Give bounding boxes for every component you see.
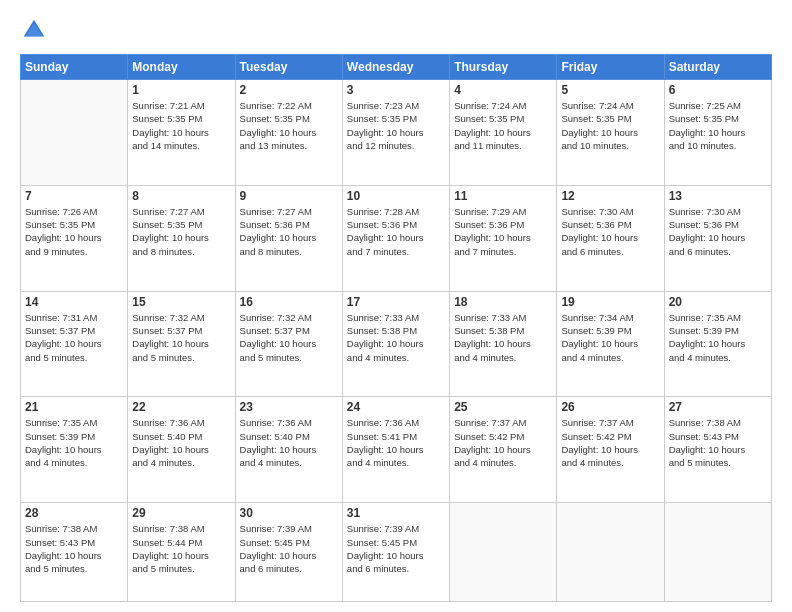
day-info: Sunrise: 7:24 AM Sunset: 5:35 PM Dayligh… bbox=[454, 99, 552, 152]
calendar-cell: 14Sunrise: 7:31 AM Sunset: 5:37 PM Dayli… bbox=[21, 291, 128, 397]
day-info: Sunrise: 7:34 AM Sunset: 5:39 PM Dayligh… bbox=[561, 311, 659, 364]
calendar-cell: 13Sunrise: 7:30 AM Sunset: 5:36 PM Dayli… bbox=[664, 185, 771, 291]
calendar-cell: 26Sunrise: 7:37 AM Sunset: 5:42 PM Dayli… bbox=[557, 397, 664, 503]
day-info: Sunrise: 7:38 AM Sunset: 5:43 PM Dayligh… bbox=[669, 416, 767, 469]
day-info: Sunrise: 7:29 AM Sunset: 5:36 PM Dayligh… bbox=[454, 205, 552, 258]
calendar-cell bbox=[664, 503, 771, 602]
calendar-cell: 4Sunrise: 7:24 AM Sunset: 5:35 PM Daylig… bbox=[450, 80, 557, 186]
day-info: Sunrise: 7:38 AM Sunset: 5:43 PM Dayligh… bbox=[25, 522, 123, 575]
calendar-cell: 5Sunrise: 7:24 AM Sunset: 5:35 PM Daylig… bbox=[557, 80, 664, 186]
day-number: 29 bbox=[132, 506, 230, 520]
calendar-cell: 10Sunrise: 7:28 AM Sunset: 5:36 PM Dayli… bbox=[342, 185, 449, 291]
calendar-cell: 7Sunrise: 7:26 AM Sunset: 5:35 PM Daylig… bbox=[21, 185, 128, 291]
day-info: Sunrise: 7:37 AM Sunset: 5:42 PM Dayligh… bbox=[561, 416, 659, 469]
day-info: Sunrise: 7:37 AM Sunset: 5:42 PM Dayligh… bbox=[454, 416, 552, 469]
day-number: 7 bbox=[25, 189, 123, 203]
calendar-cell bbox=[450, 503, 557, 602]
day-number: 18 bbox=[454, 295, 552, 309]
day-info: Sunrise: 7:36 AM Sunset: 5:41 PM Dayligh… bbox=[347, 416, 445, 469]
day-header: Sunday bbox=[21, 55, 128, 80]
day-number: 25 bbox=[454, 400, 552, 414]
day-info: Sunrise: 7:32 AM Sunset: 5:37 PM Dayligh… bbox=[240, 311, 338, 364]
day-header: Wednesday bbox=[342, 55, 449, 80]
calendar-cell: 17Sunrise: 7:33 AM Sunset: 5:38 PM Dayli… bbox=[342, 291, 449, 397]
day-number: 24 bbox=[347, 400, 445, 414]
day-number: 3 bbox=[347, 83, 445, 97]
calendar-cell: 21Sunrise: 7:35 AM Sunset: 5:39 PM Dayli… bbox=[21, 397, 128, 503]
calendar-cell: 31Sunrise: 7:39 AM Sunset: 5:45 PM Dayli… bbox=[342, 503, 449, 602]
day-number: 8 bbox=[132, 189, 230, 203]
day-info: Sunrise: 7:30 AM Sunset: 5:36 PM Dayligh… bbox=[561, 205, 659, 258]
day-info: Sunrise: 7:39 AM Sunset: 5:45 PM Dayligh… bbox=[347, 522, 445, 575]
day-info: Sunrise: 7:23 AM Sunset: 5:35 PM Dayligh… bbox=[347, 99, 445, 152]
day-number: 14 bbox=[25, 295, 123, 309]
day-info: Sunrise: 7:30 AM Sunset: 5:36 PM Dayligh… bbox=[669, 205, 767, 258]
day-info: Sunrise: 7:27 AM Sunset: 5:36 PM Dayligh… bbox=[240, 205, 338, 258]
calendar-week: 7Sunrise: 7:26 AM Sunset: 5:35 PM Daylig… bbox=[21, 185, 772, 291]
day-info: Sunrise: 7:36 AM Sunset: 5:40 PM Dayligh… bbox=[132, 416, 230, 469]
calendar-cell: 9Sunrise: 7:27 AM Sunset: 5:36 PM Daylig… bbox=[235, 185, 342, 291]
day-info: Sunrise: 7:26 AM Sunset: 5:35 PM Dayligh… bbox=[25, 205, 123, 258]
day-number: 27 bbox=[669, 400, 767, 414]
calendar-table: SundayMondayTuesdayWednesdayThursdayFrid… bbox=[20, 54, 772, 602]
day-number: 9 bbox=[240, 189, 338, 203]
day-number: 1 bbox=[132, 83, 230, 97]
calendar-week: 28Sunrise: 7:38 AM Sunset: 5:43 PM Dayli… bbox=[21, 503, 772, 602]
day-number: 21 bbox=[25, 400, 123, 414]
calendar-cell: 27Sunrise: 7:38 AM Sunset: 5:43 PM Dayli… bbox=[664, 397, 771, 503]
calendar-week: 14Sunrise: 7:31 AM Sunset: 5:37 PM Dayli… bbox=[21, 291, 772, 397]
calendar-cell: 16Sunrise: 7:32 AM Sunset: 5:37 PM Dayli… bbox=[235, 291, 342, 397]
day-info: Sunrise: 7:22 AM Sunset: 5:35 PM Dayligh… bbox=[240, 99, 338, 152]
day-number: 13 bbox=[669, 189, 767, 203]
day-info: Sunrise: 7:28 AM Sunset: 5:36 PM Dayligh… bbox=[347, 205, 445, 258]
day-number: 15 bbox=[132, 295, 230, 309]
day-info: Sunrise: 7:38 AM Sunset: 5:44 PM Dayligh… bbox=[132, 522, 230, 575]
day-number: 12 bbox=[561, 189, 659, 203]
calendar-cell: 20Sunrise: 7:35 AM Sunset: 5:39 PM Dayli… bbox=[664, 291, 771, 397]
day-number: 16 bbox=[240, 295, 338, 309]
day-header: Friday bbox=[557, 55, 664, 80]
day-info: Sunrise: 7:35 AM Sunset: 5:39 PM Dayligh… bbox=[25, 416, 123, 469]
day-info: Sunrise: 7:24 AM Sunset: 5:35 PM Dayligh… bbox=[561, 99, 659, 152]
calendar-cell: 12Sunrise: 7:30 AM Sunset: 5:36 PM Dayli… bbox=[557, 185, 664, 291]
calendar-cell: 8Sunrise: 7:27 AM Sunset: 5:35 PM Daylig… bbox=[128, 185, 235, 291]
calendar-cell: 6Sunrise: 7:25 AM Sunset: 5:35 PM Daylig… bbox=[664, 80, 771, 186]
day-header: Monday bbox=[128, 55, 235, 80]
header-row: SundayMondayTuesdayWednesdayThursdayFrid… bbox=[21, 55, 772, 80]
day-info: Sunrise: 7:36 AM Sunset: 5:40 PM Dayligh… bbox=[240, 416, 338, 469]
calendar-cell: 11Sunrise: 7:29 AM Sunset: 5:36 PM Dayli… bbox=[450, 185, 557, 291]
day-info: Sunrise: 7:33 AM Sunset: 5:38 PM Dayligh… bbox=[347, 311, 445, 364]
day-number: 17 bbox=[347, 295, 445, 309]
calendar-cell: 1Sunrise: 7:21 AM Sunset: 5:35 PM Daylig… bbox=[128, 80, 235, 186]
calendar-cell: 30Sunrise: 7:39 AM Sunset: 5:45 PM Dayli… bbox=[235, 503, 342, 602]
calendar-cell: 15Sunrise: 7:32 AM Sunset: 5:37 PM Dayli… bbox=[128, 291, 235, 397]
page: SundayMondayTuesdayWednesdayThursdayFrid… bbox=[0, 0, 792, 612]
calendar-cell: 25Sunrise: 7:37 AM Sunset: 5:42 PM Dayli… bbox=[450, 397, 557, 503]
day-number: 6 bbox=[669, 83, 767, 97]
day-info: Sunrise: 7:33 AM Sunset: 5:38 PM Dayligh… bbox=[454, 311, 552, 364]
calendar-cell: 29Sunrise: 7:38 AM Sunset: 5:44 PM Dayli… bbox=[128, 503, 235, 602]
calendar-cell: 28Sunrise: 7:38 AM Sunset: 5:43 PM Dayli… bbox=[21, 503, 128, 602]
day-number: 22 bbox=[132, 400, 230, 414]
day-number: 26 bbox=[561, 400, 659, 414]
calendar-cell: 23Sunrise: 7:36 AM Sunset: 5:40 PM Dayli… bbox=[235, 397, 342, 503]
calendar-cell: 22Sunrise: 7:36 AM Sunset: 5:40 PM Dayli… bbox=[128, 397, 235, 503]
day-info: Sunrise: 7:27 AM Sunset: 5:35 PM Dayligh… bbox=[132, 205, 230, 258]
day-number: 30 bbox=[240, 506, 338, 520]
day-info: Sunrise: 7:35 AM Sunset: 5:39 PM Dayligh… bbox=[669, 311, 767, 364]
day-number: 20 bbox=[669, 295, 767, 309]
day-info: Sunrise: 7:39 AM Sunset: 5:45 PM Dayligh… bbox=[240, 522, 338, 575]
day-info: Sunrise: 7:21 AM Sunset: 5:35 PM Dayligh… bbox=[132, 99, 230, 152]
day-info: Sunrise: 7:32 AM Sunset: 5:37 PM Dayligh… bbox=[132, 311, 230, 364]
calendar-cell: 3Sunrise: 7:23 AM Sunset: 5:35 PM Daylig… bbox=[342, 80, 449, 186]
day-header: Tuesday bbox=[235, 55, 342, 80]
day-header: Thursday bbox=[450, 55, 557, 80]
day-number: 4 bbox=[454, 83, 552, 97]
calendar-cell: 24Sunrise: 7:36 AM Sunset: 5:41 PM Dayli… bbox=[342, 397, 449, 503]
calendar-week: 21Sunrise: 7:35 AM Sunset: 5:39 PM Dayli… bbox=[21, 397, 772, 503]
day-number: 23 bbox=[240, 400, 338, 414]
logo bbox=[20, 16, 50, 44]
day-number: 31 bbox=[347, 506, 445, 520]
calendar-cell: 19Sunrise: 7:34 AM Sunset: 5:39 PM Dayli… bbox=[557, 291, 664, 397]
calendar-cell: 2Sunrise: 7:22 AM Sunset: 5:35 PM Daylig… bbox=[235, 80, 342, 186]
